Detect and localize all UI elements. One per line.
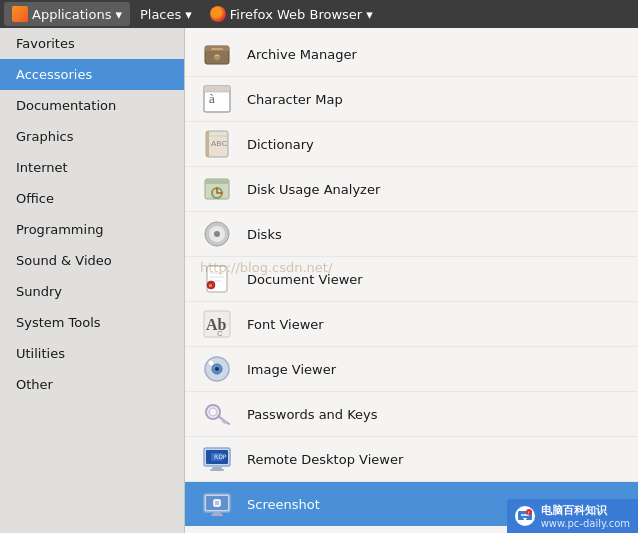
content-item-disks[interactable]: Disks [185, 212, 638, 257]
content-item-remote-desktop-viewer[interactable]: RDP Remote Desktop Viewer [185, 437, 638, 482]
svg-rect-4 [215, 56, 219, 59]
sidebar-item-programming[interactable]: Programming [0, 214, 184, 245]
svg-rect-7 [204, 86, 230, 92]
menubar: Applications ▾ Places ▾ Firefox Web Brow… [0, 0, 638, 28]
archive-manager-label: Archive Manager [247, 47, 357, 62]
bottom-badge: ! 电脑百科知识 www.pc-daily.com [507, 499, 638, 533]
font-viewer-icon: Ab C [201, 308, 233, 340]
sidebar-item-accessories[interactable]: Accessories [0, 59, 184, 90]
firefox-label: Firefox Web Browser [230, 7, 362, 22]
svg-rect-2 [211, 48, 223, 50]
content-item-archive-manager[interactable]: Archive Manager [185, 32, 638, 77]
disks-icon [201, 218, 233, 250]
remote-desktop-viewer-label: Remote Desktop Viewer [247, 452, 403, 467]
places-arrow: ▾ [185, 7, 192, 22]
content-panel: Archive Manager à Character Map [185, 28, 638, 533]
sidebar-item-sundry[interactable]: Sundry [0, 276, 184, 307]
disk-usage-analyzer-icon [201, 173, 233, 205]
svg-text:RDP: RDP [214, 453, 227, 460]
svg-text:à: à [209, 91, 215, 106]
svg-rect-39 [212, 467, 222, 469]
disk-usage-analyzer-label: Disk Usage Analyzer [247, 182, 380, 197]
disks-label: Disks [247, 227, 282, 242]
main-container: Favorites Accessories Documentation Grap… [0, 28, 638, 533]
svg-point-34 [209, 408, 217, 416]
screenshot-icon [201, 488, 233, 520]
sidebar-item-sound-video[interactable]: Sound & Video [0, 245, 184, 276]
passwords-and-keys-label: Passwords and Keys [247, 407, 378, 422]
content-item-character-map[interactable]: à Character Map [185, 77, 638, 122]
sidebar-item-utilities[interactable]: Utilities [0, 338, 184, 369]
archive-manager-icon [201, 38, 233, 70]
sidebar: Favorites Accessories Documentation Grap… [0, 28, 185, 533]
applications-label: Applications [32, 7, 111, 22]
character-map-icon: à [201, 83, 233, 115]
sidebar-item-office[interactable]: Office [0, 183, 184, 214]
sidebar-item-documentation[interactable]: Documentation [0, 90, 184, 121]
svg-rect-40 [210, 469, 224, 471]
svg-point-30 [208, 360, 214, 366]
svg-rect-11 [206, 131, 209, 157]
svg-text:ABC: ABC [211, 139, 228, 148]
content-item-image-viewer[interactable]: Image Viewer [185, 347, 638, 392]
content-item-disk-usage-analyzer[interactable]: Disk Usage Analyzer [185, 167, 638, 212]
font-viewer-label: Font Viewer [247, 317, 324, 332]
content-item-font-viewer[interactable]: Ab C Font Viewer [185, 302, 638, 347]
image-viewer-label: Image Viewer [247, 362, 336, 377]
sidebar-item-system-tools[interactable]: System Tools [0, 307, 184, 338]
content-item-passwords-and-keys[interactable]: Passwords and Keys [185, 392, 638, 437]
character-map-label: Character Map [247, 92, 343, 107]
svg-text:e: e [209, 282, 212, 288]
svg-rect-14 [205, 179, 229, 184]
image-viewer-icon [201, 353, 233, 385]
svg-rect-45 [213, 512, 221, 514]
sidebar-item-internet[interactable]: Internet [0, 152, 184, 183]
document-viewer-label: Document Viewer [247, 272, 363, 287]
menubar-applications[interactable]: Applications ▾ [4, 2, 130, 26]
svg-point-18 [214, 231, 220, 237]
passwords-and-keys-icon [201, 398, 233, 430]
remote-desktop-viewer-icon: RDP [201, 443, 233, 475]
firefox-arrow: ▾ [366, 7, 373, 22]
sidebar-item-graphics[interactable]: Graphics [0, 121, 184, 152]
document-viewer-icon: e [201, 263, 233, 295]
sidebar-item-other[interactable]: Other [0, 369, 184, 400]
screenshot-label: Screenshot [247, 497, 320, 512]
svg-rect-46 [211, 514, 223, 516]
content-item-dictionary[interactable]: ABC Dictionary [185, 122, 638, 167]
dictionary-label: Dictionary [247, 137, 314, 152]
sidebar-item-favorites[interactable]: Favorites [0, 28, 184, 59]
applications-icon [12, 6, 28, 22]
badge-icon: ! [515, 506, 535, 526]
places-label: Places [140, 7, 181, 22]
firefox-icon [210, 6, 226, 22]
applications-arrow: ▾ [115, 7, 122, 22]
svg-point-32 [215, 367, 219, 371]
badge-text: 电脑百科知识 www.pc-daily.com [541, 503, 630, 529]
menubar-places[interactable]: Places ▾ [132, 2, 200, 26]
content-item-document-viewer[interactable]: e Document Viewer [185, 257, 638, 302]
menubar-firefox[interactable]: Firefox Web Browser ▾ [202, 2, 381, 26]
dictionary-icon: ABC [201, 128, 233, 160]
svg-text:C: C [217, 329, 223, 338]
